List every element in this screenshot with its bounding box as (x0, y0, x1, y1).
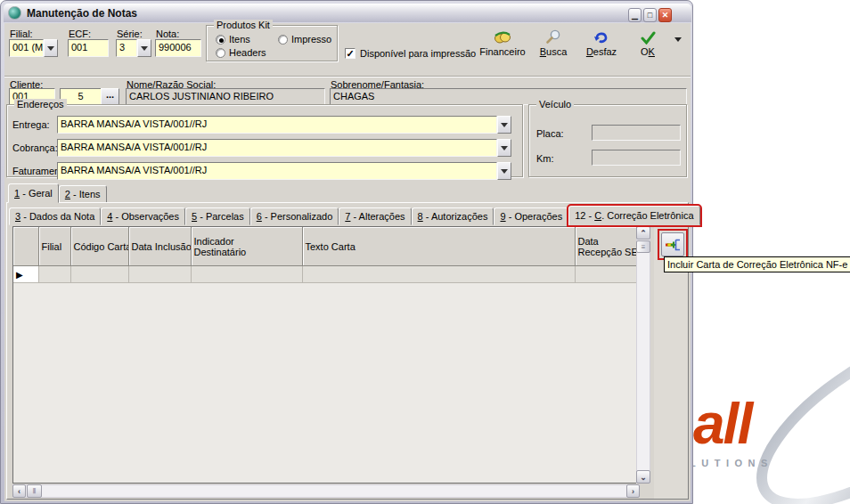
app-window: Manutenção de Notas ▁ □ ✕ Filial: 001 (M… (0, 0, 693, 504)
tab-observacoes[interactable]: 4 - Observações (101, 207, 185, 225)
enderecos-group: Endereços Entrega: BARRA MANSA/A VISTA/0… (6, 104, 523, 177)
km-input[interactable] (592, 150, 681, 166)
tab-itens[interactable]: 2 - Itens (59, 185, 107, 203)
grid-vscrollbar[interactable] (636, 226, 650, 484)
entrega-label: Entrega: (12, 119, 50, 130)
toolbar-more-dropdown[interactable] (674, 37, 682, 42)
radio-icon[interactable] (216, 35, 225, 45)
chevron-down-icon (674, 37, 682, 42)
scroll-left-icon[interactable]: ‹ (12, 484, 26, 498)
grid-corner-cell[interactable] (13, 227, 38, 266)
cobranca-combo[interactable]: BARRA MANSA/A VISTA/001//RJ (57, 139, 511, 157)
filial-label: Filial: (10, 28, 33, 39)
col-header-data-inclusao[interactable]: Data Inclusão (128, 227, 191, 266)
sub-tabrow: 3 - Dados da Nota 4 - Observações 5 - Pa… (9, 207, 700, 225)
veiculo-title: Veículo (536, 99, 574, 110)
vscroll-thumb[interactable]: ≡ (636, 240, 650, 253)
chevron-down-icon[interactable] (137, 39, 151, 57)
col-header-indicador-destinatario[interactable]: Indicador Destinatário (191, 227, 302, 266)
radio-icon[interactable] (216, 48, 225, 58)
tooltip: Incluir Carta de Correção Eletrônica NF-… (664, 256, 850, 272)
radio-impresso[interactable]: Impresso (278, 34, 331, 45)
filial-combo[interactable]: 001 (M (9, 39, 58, 57)
produtos-kit-group: Produtos Kit Itens Impresso Headers (206, 25, 338, 61)
coins-icon (494, 28, 511, 45)
entrega-combo[interactable]: BARRA MANSA/A VISTA/001//RJ (57, 116, 511, 134)
radio-itens[interactable]: Itens (216, 34, 250, 45)
cartas-correcao-grid: Filial Código Carta Data Inclusão Indica… (12, 226, 640, 484)
scroll-right-icon[interactable]: › (626, 484, 640, 498)
km-label: Km: (536, 153, 554, 164)
tab-autorizacoes[interactable]: 8 - Autorizações (412, 207, 494, 225)
close-button[interactable]: ✕ (658, 8, 672, 22)
chevron-down-icon[interactable] (44, 39, 58, 57)
nota-label: Nota: (156, 28, 179, 39)
titlebar[interactable]: Manutenção de Notas ▁ □ ✕ (4, 4, 691, 22)
nome-field: CARLOS JUSTINIANO RIBEIRO (126, 88, 325, 105)
fantasia-field: CHAGAS (330, 88, 687, 105)
radio-icon[interactable] (278, 35, 288, 45)
chevron-down-icon[interactable] (497, 162, 511, 180)
grid-header-row: Filial Código Carta Data Inclusão Indica… (13, 227, 640, 266)
main-tabrow: 1 - Geral 2 - Itens (8, 183, 107, 203)
scroll-up-icon[interactable]: ⌃ (636, 226, 650, 240)
logo-tagline: LUTIONS (690, 458, 773, 468)
serie-combo[interactable]: 3 (116, 39, 151, 57)
ecf-input[interactable]: 001 (68, 39, 109, 57)
chevron-down-icon[interactable] (497, 116, 511, 134)
geral-tabpage: 3 - Dados da Nota 4 - Observações 5 - Pa… (6, 202, 689, 500)
tab-parcelas[interactable]: 5 - Parcelas (185, 207, 250, 225)
divider (4, 76, 691, 77)
produtos-kit-title: Produtos Kit (214, 20, 273, 30)
radio-headers[interactable]: Headers (216, 47, 266, 58)
desfaz-button[interactable]: Desfaz (578, 28, 625, 64)
row-indicator-icon: ▶ (13, 266, 38, 283)
grid-hscrollbar[interactable] (12, 484, 640, 498)
ecf-label: ECF: (69, 28, 91, 39)
tab-personalizado[interactable]: 6 - Personalizado (250, 207, 339, 225)
tab-alteracoes[interactable]: 7 - Alterações (339, 207, 411, 225)
busca-button[interactable]: Busca (532, 28, 575, 64)
scroll-down-icon[interactable]: ⌄ (636, 470, 650, 484)
enderecos-title: Endereços (14, 99, 67, 110)
placa-label: Placa: (536, 128, 564, 139)
financeiro-button[interactable]: Financeiro (477, 28, 528, 64)
check-icon (641, 28, 656, 45)
client-area: Filial: 001 (M ECF: 001 Série: 3 Nota: 9… (4, 23, 691, 501)
chevron-down-icon[interactable] (497, 139, 511, 157)
tab-geral[interactable]: 1 - Geral (8, 183, 59, 203)
veiculo-group: Veículo Placa: Km: (528, 104, 687, 177)
serie-label: Série: (117, 28, 143, 39)
annotation-box-add-button (658, 229, 688, 260)
window-title: Manutenção de Notas (27, 7, 137, 20)
cliente-lookup-button[interactable]: ... (101, 88, 119, 105)
print-checkbox-label: Disponível para impressão (360, 48, 476, 59)
app-icon (8, 6, 21, 20)
tab-operacoes[interactable]: 9 - Operações (494, 207, 568, 225)
magnifier-icon (545, 28, 561, 45)
col-header-codigo-carta[interactable]: Código Carta (70, 227, 128, 266)
insert-record-icon (666, 239, 681, 251)
col-header-texto-carta[interactable]: Texto Carta (302, 227, 575, 266)
minimize-button[interactable]: ▁ (628, 8, 642, 22)
faturamento-combo[interactable]: BARRA MANSA/A VISTA/001//RJ (57, 162, 511, 180)
placa-input[interactable] (592, 125, 681, 141)
tab-correcao-eletronica[interactable]: 12 - C. Correção Eletrônica (568, 206, 699, 225)
incluir-carta-button[interactable] (661, 232, 684, 256)
col-header-filial[interactable]: Filial (38, 227, 70, 266)
col-header-data-recepcao[interactable]: Data Recepção SEFA (575, 227, 640, 266)
ok-button[interactable]: OK (628, 28, 667, 64)
grid-row[interactable]: ▶ (13, 266, 640, 283)
cobranca-label: Cobrança: (12, 142, 58, 153)
maximize-button[interactable]: □ (643, 8, 657, 22)
tab-dados-da-nota[interactable]: 3 - Dados da Nota (9, 207, 101, 225)
hscroll-thumb[interactable]: ⦀ (27, 484, 42, 498)
print-checkbox[interactable]: ✓ (345, 48, 356, 59)
undo-icon (593, 28, 609, 45)
logo-wordmark: all (693, 395, 751, 452)
nota-input[interactable]: 990006 (155, 39, 201, 57)
screen: all LUTIONS Manutenção de Notas ▁ □ ✕ Fi… (0, 0, 850, 504)
